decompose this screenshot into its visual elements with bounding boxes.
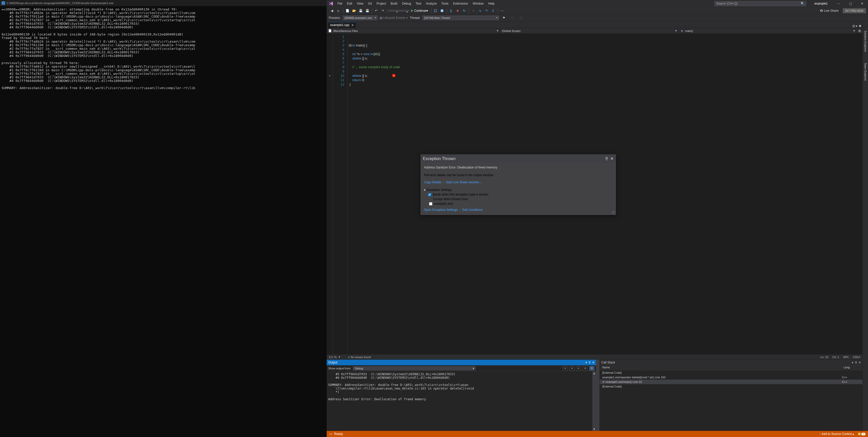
callstack-panel-header[interactable]: Call Stack ▾ ⚲ ✕ bbox=[600, 360, 862, 365]
stack-frame-button[interactable]: ⬚ bbox=[510, 15, 516, 21]
pause-button[interactable]: ‖ bbox=[448, 8, 454, 13]
output-tool-icon-5[interactable]: ⎘ bbox=[589, 366, 594, 371]
current-frame-icon: ➤ bbox=[602, 380, 604, 384]
menu-test[interactable]: Test bbox=[414, 1, 424, 6]
misc-files-icon: 📄 bbox=[328, 29, 332, 33]
except-module-checkbox[interactable] bbox=[429, 202, 432, 206]
output-source-dropdown[interactable]: Debug bbox=[353, 366, 475, 370]
tab-close-icon[interactable]: ✕ bbox=[351, 24, 353, 27]
restart-button[interactable]: ↻ bbox=[461, 8, 467, 13]
tool-button[interactable] bbox=[439, 8, 445, 13]
search-box[interactable]: Search (Ctrl+Q) 🔍 bbox=[714, 1, 806, 6]
output-toolbar: Show output from: Debug ≡ ≡ ≡ ✕ ⎘ bbox=[327, 365, 596, 371]
thread-button[interactable]: ⬚ bbox=[518, 15, 525, 21]
project-scope-dropdown[interactable]: 📄 Miscellaneous Files bbox=[327, 28, 500, 33]
split-button[interactable]: ⊞ bbox=[857, 28, 862, 33]
menu-help[interactable]: Help bbox=[486, 1, 497, 6]
panel-close-icon[interactable]: ✕ bbox=[592, 361, 594, 364]
step-into-button[interactable]: ↴ bbox=[477, 8, 483, 13]
minimize-button[interactable]: ─ bbox=[833, 0, 844, 7]
stop-button[interactable]: ■ bbox=[455, 8, 461, 13]
menu-tools[interactable]: Tools bbox=[439, 1, 451, 6]
menu-view[interactable]: View bbox=[355, 1, 366, 6]
menu-file[interactable]: File bbox=[335, 1, 344, 6]
show-next-statement-button[interactable]: → bbox=[470, 8, 476, 13]
indent-indicator: SPC bbox=[843, 355, 849, 358]
function-scope-dropdown[interactable]: ◈ main() bbox=[679, 28, 857, 33]
menu-analyze[interactable]: Analyze bbox=[424, 1, 439, 6]
step-out-button[interactable]: ↥ bbox=[490, 8, 496, 13]
back-button[interactable]: ◀ bbox=[329, 8, 335, 13]
output-tool-icon-1[interactable]: ≡ bbox=[563, 366, 568, 371]
open-exception-settings-link[interactable]: Open Exception Settings bbox=[424, 208, 458, 212]
panel-pin-icon[interactable]: ⚲ bbox=[855, 361, 857, 364]
output-h-scrollbar[interactable] bbox=[596, 360, 599, 431]
undo-button[interactable]: ↶ bbox=[373, 8, 379, 13]
menu-window[interactable]: Window bbox=[471, 1, 486, 6]
menu-edit[interactable]: Edit bbox=[345, 1, 354, 6]
panel-close-icon[interactable]: ✕ bbox=[859, 361, 861, 364]
team-explorer-tab[interactable]: Team Explorer bbox=[863, 61, 867, 83]
break-on-exception-checkbox[interactable] bbox=[428, 193, 431, 196]
except-when-label: Except when thrown from: bbox=[433, 197, 613, 201]
start-liveshare-link[interactable]: Start Live Share session... bbox=[446, 181, 482, 184]
save-button[interactable]: 💾 bbox=[358, 8, 364, 13]
callstack-row[interactable]: example1.exe!operator delete[](void * pt… bbox=[600, 375, 862, 380]
exception-pin-icon[interactable]: ⚲ bbox=[605, 156, 608, 161]
redo-button[interactable]: ↷ bbox=[380, 8, 386, 13]
code-body[interactable]: ⊟int main() { int *x = new int[42]; dele… bbox=[348, 34, 400, 354]
menu-extensions[interactable]: Extensions bbox=[451, 1, 470, 6]
step-over-button[interactable]: ↷ bbox=[484, 8, 490, 13]
status-icon: ▭ bbox=[329, 432, 332, 436]
output-text[interactable]: #3 0x7ff9641d7033 (C:\WINDOWS\System32\K… bbox=[327, 371, 592, 431]
menu-git[interactable]: Git bbox=[366, 1, 374, 6]
output-tool-icon-4[interactable]: ✕ bbox=[583, 366, 588, 371]
flag-button[interactable]: ⚑ bbox=[501, 15, 507, 21]
open-button[interactable]: 📂 bbox=[351, 8, 357, 13]
exception-detail-text: Full error details can be found in the o… bbox=[424, 173, 613, 178]
new-button[interactable]: 📄 bbox=[344, 8, 350, 13]
function-icon: ◈ bbox=[680, 29, 684, 33]
maximize-button[interactable]: ▢ bbox=[844, 0, 856, 7]
browser-button[interactable] bbox=[432, 8, 438, 13]
zoom-level[interactable]: 111 % bbox=[329, 355, 337, 358]
tabstrip-settings-icon[interactable]: ✱ bbox=[859, 24, 861, 28]
output-scrollbar[interactable]: ▴▾ bbox=[592, 371, 596, 431]
edit-conditions-link[interactable]: Edit Conditions bbox=[462, 208, 483, 212]
live-share-button[interactable]: ⮉ Live Share bbox=[818, 9, 840, 12]
solution-explorer-tab[interactable]: Solution Explorer bbox=[863, 29, 867, 54]
thread-dropdown[interactable]: [28748] Main Thread bbox=[423, 15, 499, 20]
add-source-control-button[interactable]: ↑ Add to Source Control ▴ bbox=[819, 432, 854, 436]
class-scope-dropdown[interactable]: (Global Scope) bbox=[500, 28, 679, 33]
exception-settings-header[interactable]: Exception Settings bbox=[424, 188, 613, 192]
save-all-button[interactable]: 💾 bbox=[364, 8, 370, 13]
panel-dropdown-icon[interactable]: ▾ bbox=[586, 361, 587, 364]
process-dropdown[interactable]: [30008] example1.exe bbox=[343, 15, 377, 20]
notifications-button[interactable]: 🔔2 bbox=[858, 432, 865, 436]
tool-button-2[interactable]: ⋯ bbox=[499, 8, 505, 13]
callstack-col-lang[interactable]: Lang bbox=[842, 365, 862, 370]
platform-dropdown[interactable] bbox=[399, 10, 409, 11]
menu-build[interactable]: Build bbox=[389, 1, 400, 6]
callstack-col-name[interactable]: Name bbox=[600, 365, 842, 370]
output-panel-header[interactable]: Output ▾ ⚲ ✕ bbox=[327, 360, 596, 365]
tabstrip-dropdown-icon[interactable]: ⊟ ▾ bbox=[852, 24, 857, 28]
panel-pin-icon[interactable]: ⚲ bbox=[589, 361, 591, 364]
exception-error-text: Address Sanitizer Error: Deallocation of… bbox=[424, 165, 613, 170]
output-tool-icon-2[interactable]: ≡ bbox=[569, 366, 575, 371]
callstack-row[interactable]: [External Code] bbox=[600, 384, 862, 389]
callstack-row[interactable]: ➤example1.exe!main() Line 10C++ bbox=[600, 380, 862, 384]
file-tab[interactable]: example1.cpp ✕ bbox=[328, 22, 356, 28]
copy-details-link[interactable]: Copy Details bbox=[424, 181, 441, 184]
resize-grip-icon[interactable] bbox=[612, 211, 615, 214]
menu-project[interactable]: Project bbox=[374, 1, 388, 6]
panel-dropdown-icon[interactable]: ▾ bbox=[852, 361, 854, 364]
menu-debug[interactable]: Debug bbox=[400, 1, 413, 6]
continue-button[interactable]: Continue ▾ bbox=[409, 9, 430, 12]
callstack-row[interactable]: [External Code] bbox=[600, 370, 862, 375]
forward-button[interactable]: ▶ bbox=[335, 8, 341, 13]
close-button[interactable]: ✕ bbox=[856, 0, 868, 7]
output-tool-icon-3[interactable]: ≡ bbox=[576, 366, 581, 371]
config-dropdown[interactable] bbox=[389, 10, 399, 11]
exception-close-icon[interactable]: ✕ bbox=[610, 156, 614, 161]
